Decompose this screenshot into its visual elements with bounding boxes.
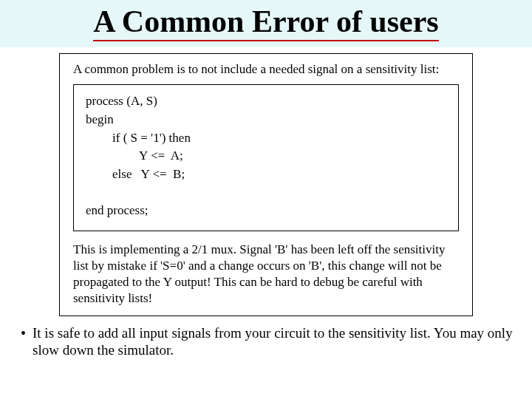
code-line: if ( S = '1') then [86, 129, 446, 148]
title-bar: A Common Error of users [0, 0, 532, 47]
code-line [86, 183, 446, 202]
slide-title: A Common Error of users [93, 5, 438, 41]
intro-text: A common problem is to not include a nee… [73, 61, 459, 77]
code-line: begin [86, 111, 446, 129]
bullet-list: • It is safe to add all input signals fr… [0, 319, 532, 359]
explanation-text: This is implementing a 2/1 mux. Signal '… [73, 242, 459, 307]
bullet-dot-icon: • [21, 325, 33, 341]
code-line: end process; [86, 202, 446, 220]
bullet-item: • It is safe to add all input signals fr… [21, 325, 522, 359]
content-frame: A common problem is to not include a nee… [59, 53, 473, 316]
code-line: Y <= A; [86, 147, 446, 166]
code-line: else Y <= B; [86, 166, 446, 184]
code-line: process (A, S) [86, 92, 446, 111]
bullet-text: It is safe to add all input signals from… [33, 325, 522, 359]
code-box: process (A, S) begin if ( S = '1') then … [73, 84, 459, 231]
